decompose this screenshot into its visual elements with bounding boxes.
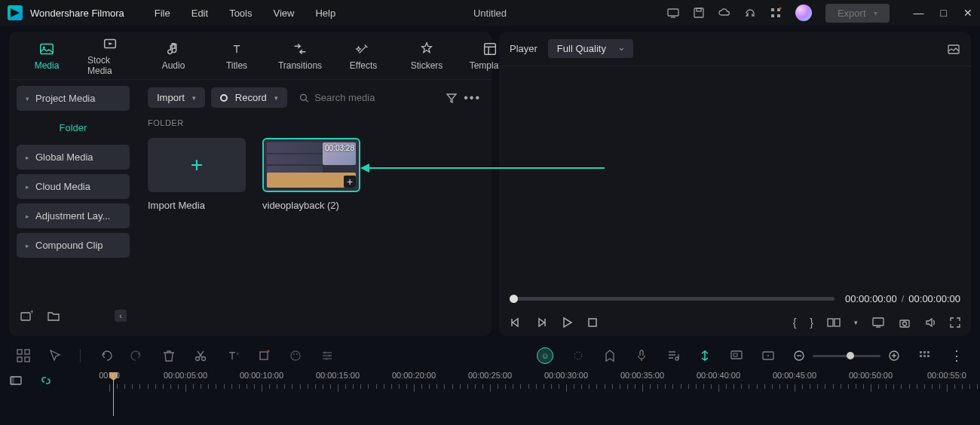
menu-help[interactable]: Help — [315, 8, 335, 19]
scrub-bar[interactable] — [510, 297, 835, 301]
quality-dropdown[interactable]: Full Quality — [548, 39, 633, 58]
add-to-timeline-button[interactable]: + — [344, 176, 356, 188]
more-options-icon[interactable]: ••• — [464, 91, 481, 105]
ai-badge-icon[interactable]: ☺ — [537, 347, 553, 364]
new-folder-icon[interactable] — [47, 309, 60, 323]
svg-point-41 — [293, 353, 295, 355]
export-button[interactable]: Export▾ — [825, 4, 890, 23]
import-media-tile[interactable]: + — [148, 138, 246, 192]
adjust-icon[interactable] — [320, 349, 334, 362]
search-input[interactable] — [314, 92, 433, 103]
apps-grid-icon[interactable] — [770, 7, 782, 19]
prev-frame-icon[interactable] — [510, 316, 522, 329]
svg-rect-23 — [589, 319, 596, 326]
grid-view-icon[interactable] — [918, 349, 932, 362]
display-icon[interactable] — [871, 316, 885, 329]
play-icon[interactable] — [561, 316, 573, 329]
player-viewport — [499, 66, 971, 289]
svg-rect-31 — [25, 350, 29, 354]
mark-out-icon[interactable]: } — [810, 316, 813, 329]
layout-icon[interactable] — [17, 349, 30, 362]
save-icon[interactable] — [693, 7, 705, 19]
compare-icon[interactable] — [827, 316, 841, 329]
cloud-icon[interactable] — [718, 7, 730, 19]
headset-icon[interactable] — [744, 7, 756, 19]
svg-text:T: T — [234, 42, 240, 54]
text-icon[interactable]: T› — [225, 349, 239, 362]
svg-rect-6 — [771, 14, 774, 17]
next-frame-icon[interactable] — [535, 316, 547, 329]
music-list-icon[interactable] — [666, 349, 680, 362]
sidebar-global-media[interactable]: ▸Global Media — [17, 145, 130, 170]
timeline-panel-icon[interactable] — [9, 374, 23, 387]
color-icon[interactable] — [289, 349, 302, 362]
redo-icon[interactable] — [130, 349, 144, 362]
snapshot-icon[interactable] — [947, 42, 960, 56]
record-dropdown[interactable]: Record▾ — [211, 87, 287, 108]
chevron-down-icon[interactable]: ▾ — [854, 319, 858, 326]
delete-icon[interactable] — [162, 349, 176, 362]
svg-rect-47 — [640, 350, 643, 356]
tab-stock-media[interactable]: Stock Media — [87, 35, 133, 76]
svg-rect-7 — [777, 14, 780, 17]
clip-name: videoplayback (2) — [262, 200, 360, 211]
plus-icon: + — [191, 153, 203, 177]
menu-edit[interactable]: Edit — [191, 8, 208, 19]
menu-tools[interactable]: Tools — [229, 8, 252, 19]
sidebar-compound-clip[interactable]: ▸Compound Clip — [17, 233, 130, 258]
tab-titles[interactable]: TTitles — [214, 41, 259, 71]
tab-media[interactable]: Media — [24, 41, 69, 71]
sparkle-icon[interactable] — [571, 349, 585, 362]
sidebar-adjustment-layer[interactable]: ▸Adjustment Lay... — [17, 203, 130, 228]
monitor-icon[interactable] — [730, 349, 743, 362]
window-close[interactable]: ✕ — [963, 7, 972, 19]
mark-in-icon[interactable]: { — [793, 316, 797, 329]
sidebar-folder[interactable]: Folder — [17, 115, 130, 140]
player-label: Player — [510, 43, 537, 54]
import-dropdown[interactable]: Import▾ — [148, 87, 205, 108]
timeline-ruler[interactable]: 00:0000:00:05:0000:00:10:0000:00:15:0000… — [109, 369, 980, 407]
marker-icon[interactable] — [603, 349, 617, 362]
media-icon — [38, 41, 55, 57]
zoom-out-icon[interactable] — [793, 350, 805, 362]
menu-file[interactable]: File — [155, 8, 170, 19]
pointer-icon[interactable] — [48, 349, 62, 362]
camera-icon[interactable] — [899, 316, 911, 329]
volume-icon[interactable] — [924, 316, 936, 329]
filter-icon[interactable] — [446, 92, 458, 104]
ruler-label: 00:00:05:00 — [164, 371, 207, 380]
timeline-more-icon[interactable]: ⋮ — [950, 347, 963, 364]
search-icon — [299, 93, 308, 103]
screen-icon[interactable] — [667, 7, 679, 19]
split-icon[interactable] — [194, 349, 207, 362]
tab-effects[interactable]: Effects — [341, 41, 386, 71]
tab-audio[interactable]: Audio — [151, 41, 196, 71]
ruler-label: 00:00:55:0 — [927, 371, 966, 380]
window-maximize[interactable]: □ — [941, 7, 947, 19]
mic-icon[interactable] — [635, 349, 648, 362]
new-bin-icon[interactable]: + — [20, 309, 33, 323]
project-title: Untitled — [473, 8, 507, 19]
media-clip-thumbnail[interactable]: 00:03:28 + — [262, 138, 360, 192]
svg-point-53 — [767, 355, 769, 356]
tab-stickers[interactable]: Stickers — [404, 41, 449, 71]
sidebar-collapse[interactable]: ‹ — [115, 310, 127, 322]
stop-icon[interactable] — [586, 316, 599, 329]
user-avatar[interactable] — [795, 5, 812, 21]
magnetic-icon[interactable] — [698, 349, 712, 362]
svg-point-39 — [268, 350, 270, 353]
zoom-slider[interactable] — [813, 355, 880, 357]
menu-view[interactable]: View — [273, 8, 294, 19]
link-icon[interactable] — [39, 374, 53, 387]
undo-icon[interactable] — [99, 349, 112, 362]
aspect-icon[interactable] — [761, 349, 775, 362]
zoom-in-icon[interactable] — [888, 350, 900, 362]
svg-rect-38 — [260, 352, 268, 359]
tab-transitions[interactable]: Transitions — [277, 41, 323, 71]
sidebar-project-media[interactable]: ▾Project Media — [17, 86, 130, 111]
crop-icon[interactable] — [257, 349, 271, 362]
window-minimize[interactable]: ― — [914, 7, 924, 19]
fullscreen-icon[interactable] — [950, 317, 960, 328]
sidebar-cloud-media[interactable]: ▸Cloud Media — [17, 174, 130, 199]
app-name: Wondershare Filmora — [30, 8, 124, 19]
